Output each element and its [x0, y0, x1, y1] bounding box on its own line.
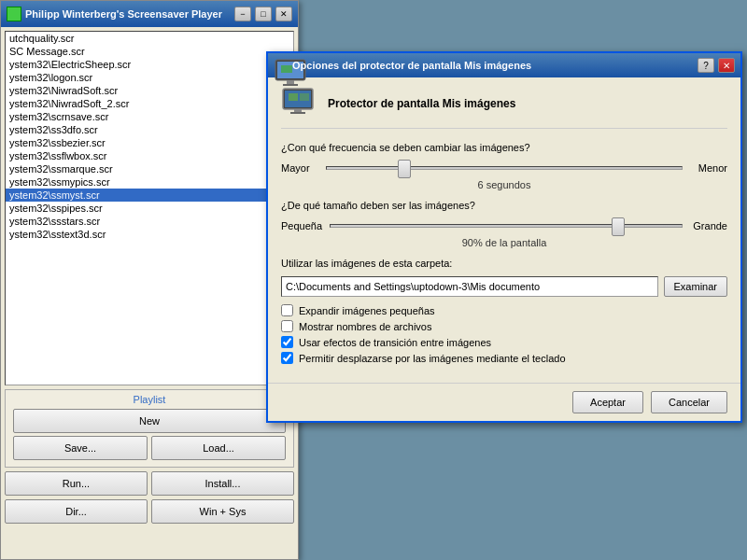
svg-rect-10 [290, 112, 305, 114]
svg-rect-2 [287, 80, 294, 84]
install-button[interactable]: Install... [151, 471, 294, 496]
checkbox-row-1: Expandir imágenes pequeñas [281, 304, 727, 316]
checkbox-row-4: Permitir desplazarse por las imágenes me… [281, 352, 727, 364]
file-item[interactable]: ystem32\NiwradSoft.scr [6, 84, 293, 97]
new-button[interactable]: New [13, 409, 286, 433]
keyboard-nav-checkbox[interactable] [281, 352, 293, 364]
dialog-body: Protector de pantalla Mis imágenes ¿Con … [268, 77, 740, 377]
dialog-close-btn[interactable]: ✕ [718, 58, 735, 73]
options-dialog: Opciones del protector de pantalla Mis i… [266, 51, 742, 423]
expand-images-checkbox[interactable] [281, 304, 293, 316]
file-item[interactable]: ystem32\ssmypics.scr [6, 175, 293, 189]
file-item[interactable]: ystem32\NiwradSoft_2.scr [6, 97, 293, 110]
save-load-row: Save... Load... [13, 436, 286, 460]
main-window: Philipp Winterberg's Screensaver Player … [0, 0, 299, 560]
file-item[interactable]: ystem32\ssmyst.scr [6, 189, 293, 202]
checkbox-row-3: Usar efectos de transición entre imágene… [281, 336, 727, 348]
size-slider-row: Pequeña Grande [281, 217, 727, 235]
frequency-slider-row: Mayor Menor [281, 159, 727, 177]
size-value: 90% de la pantalla [281, 237, 727, 248]
file-item[interactable]: ystem32\ssstars.scr [6, 215, 293, 228]
size-slider-container[interactable] [330, 217, 683, 235]
maximize-btn[interactable]: □ [255, 7, 272, 21]
main-title: Philipp Winterberg's Screensaver Player [25, 8, 231, 20]
dialog-header-text: Protector de pantalla Mis imágenes [328, 97, 515, 110]
header-monitor-icon [281, 87, 318, 120]
file-item[interactable]: ystem32\ss3dfo.scr [6, 123, 293, 136]
file-item[interactable]: ystem32\logon.scr [6, 71, 293, 84]
dialog-header: Protector de pantalla Mis imágenes [281, 87, 727, 129]
cancel-button[interactable]: Cancelar [651, 391, 727, 413]
dialog-title: Opciones del protector de pantalla Mis i… [292, 60, 694, 71]
frequency-slider-container[interactable] [326, 159, 683, 177]
close-btn[interactable]: ✕ [275, 7, 292, 21]
winsys-button[interactable]: Win + Sys [151, 499, 294, 524]
app-icon [7, 7, 21, 21]
action-btn-row: Run... Install... [5, 471, 294, 496]
size-slider-right-label: Grande [690, 220, 727, 231]
frequency-label: ¿Con qué frecuencia se deben cambiar las… [281, 142, 727, 153]
file-item[interactable]: ystem32\ssmarque.scr [6, 162, 293, 175]
folder-row: Examinar [281, 276, 727, 297]
transition-effects-label: Usar efectos de transición entre imágene… [299, 337, 491, 348]
svg-rect-8 [300, 93, 309, 101]
file-item[interactable]: utchquality.scr [6, 32, 293, 45]
transition-effects-checkbox[interactable] [281, 336, 293, 348]
dialog-titlebar: Opciones del protector de pantalla Mis i… [268, 53, 740, 77]
svg-rect-4 [281, 65, 292, 73]
minimize-btn[interactable]: − [234, 7, 251, 21]
show-names-label: Mostrar nombres de archivos [299, 321, 431, 332]
accept-button[interactable]: Aceptar [572, 391, 643, 413]
file-item[interactable]: ystem32\scrnsave.scr [6, 110, 293, 123]
size-slider-track [330, 224, 683, 228]
size-slider-left-label: Pequeña [281, 220, 322, 231]
show-names-checkbox[interactable] [281, 320, 293, 332]
svg-rect-7 [289, 93, 298, 101]
folder-input[interactable] [281, 276, 658, 297]
svg-rect-3 [283, 84, 298, 86]
dialog-help-btn[interactable]: ? [698, 58, 714, 73]
svg-rect-9 [294, 109, 302, 112]
file-list[interactable]: utchquality.scrSC Message.scrystem32\Ele… [5, 31, 294, 385]
dialog-footer: Aceptar Cancelar [268, 383, 740, 421]
file-item[interactable]: SC Message.scr [6, 45, 293, 58]
file-item[interactable]: ystem32\ssbezier.scr [6, 136, 293, 149]
size-slider-thumb[interactable] [612, 217, 625, 236]
playlist-section: Playlist New Save... Load... [5, 389, 294, 468]
slider-right-label: Menor [690, 162, 727, 174]
file-item[interactable]: ystem32\ssflwbox.scr [6, 149, 293, 162]
save-button[interactable]: Save... [13, 436, 148, 460]
run-button[interactable]: Run... [5, 471, 148, 496]
browse-button[interactable]: Examinar [664, 276, 727, 297]
size-label: ¿De qué tamaño deben ser las imágenes? [281, 200, 727, 211]
file-item[interactable]: ystem32\ElectricSheep.scr [6, 58, 293, 71]
frequency-slider-thumb[interactable] [398, 160, 411, 178]
slider-left-label: Mayor [281, 162, 318, 174]
checkbox-row-2: Mostrar nombres de archivos [281, 320, 727, 332]
keyboard-nav-label: Permitir desplazarse por las imágenes me… [299, 353, 566, 364]
playlist-label: Playlist [9, 394, 289, 405]
dir-btn-row: Dir... Win + Sys [5, 499, 294, 524]
file-item[interactable]: ystem32\sspipes.scr [6, 202, 293, 215]
main-titlebar: Philipp Winterberg's Screensaver Player … [1, 1, 298, 27]
folder-label: Utilizar las imágenes de esta carpeta: [281, 258, 727, 269]
playlist-btn-row: New [13, 409, 286, 433]
load-button[interactable]: Load... [151, 436, 286, 460]
dialog-icon [274, 58, 289, 73]
expand-images-label: Expandir imágenes pequeñas [299, 305, 435, 316]
dir-button[interactable]: Dir... [5, 499, 148, 524]
frequency-value: 6 segundos [281, 179, 727, 190]
file-item[interactable]: ystem32\sstext3d.scr [6, 228, 293, 241]
frequency-slider-track [326, 166, 683, 170]
